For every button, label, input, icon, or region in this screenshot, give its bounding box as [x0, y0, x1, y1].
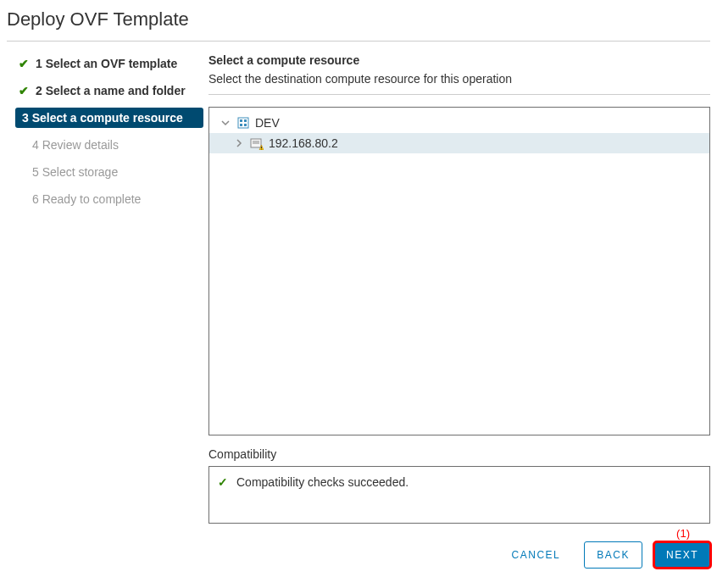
step-1[interactable]: ✔ 1 Select an OVF template [7, 53, 203, 74]
check-icon: ✔ [19, 57, 31, 70]
datacenter-icon [236, 116, 250, 130]
step-label: 6 Ready to complete [32, 192, 141, 206]
cancel-button[interactable]: CANCEL [500, 542, 573, 568]
dialog-title: Deploy OVF Template [7, 5, 710, 42]
back-button[interactable]: BACK [584, 541, 642, 569]
chevron-right-icon[interactable] [233, 139, 245, 147]
step-label: 3 Select a compute resource [22, 111, 183, 125]
svg-rect-2 [244, 119, 247, 122]
tree-label: 192.168.80.2 [269, 136, 338, 150]
wizard-steps: ✔ 1 Select an OVF template ✔ 2 Select a … [7, 53, 203, 569]
annotation-marker: (1) [208, 527, 710, 540]
step-label: 4 Review details [32, 138, 119, 152]
step-4: 4 Review details [7, 135, 203, 155]
svg-rect-1 [240, 119, 242, 122]
check-icon: ✔ [19, 84, 31, 97]
step-label: 5 Select storage [32, 165, 118, 179]
section-heading: Select a compute resource [208, 53, 710, 67]
deploy-ovf-dialog: Deploy OVF Template ✔ 1 Select an OVF te… [0, 0, 717, 577]
step-3[interactable]: 3 Select a compute resource [15, 108, 203, 128]
svg-point-10 [261, 148, 262, 149]
chevron-down-icon[interactable] [220, 119, 231, 127]
dialog-footer: CANCEL BACK NEXT [208, 541, 710, 569]
step-2[interactable]: ✔ 2 Select a name and folder [7, 80, 203, 101]
step-label: 1 Select an OVF template [36, 57, 177, 70]
main-panel: Select a compute resource Select the des… [203, 53, 710, 569]
step-6: 6 Ready to complete [7, 189, 203, 209]
check-icon: ✓ [218, 475, 228, 489]
compatibility-message: Compatibility checks succeeded. [236, 475, 409, 489]
tree-label: DEV [255, 116, 280, 130]
step-label: 2 Select a name and folder [36, 84, 186, 97]
step-5: 5 Select storage [7, 162, 203, 182]
tree-row-host[interactable]: 192.168.80.2 [209, 133, 709, 153]
tree-row-datacenter[interactable]: DEV [209, 113, 709, 133]
next-button[interactable]: NEXT [654, 542, 710, 568]
compute-resource-tree[interactable]: DEV [208, 107, 710, 435]
svg-rect-4 [244, 124, 247, 126]
svg-rect-3 [240, 124, 242, 126]
svg-rect-0 [238, 118, 248, 128]
section-subtext: Select the destination compute resource … [208, 72, 710, 95]
compatibility-label: Compatibility [208, 447, 710, 461]
dialog-body: ✔ 1 Select an OVF template ✔ 2 Select a … [7, 53, 710, 569]
compatibility-box: ✓ Compatibility checks succeeded. [208, 466, 710, 524]
host-warning-icon [250, 136, 264, 150]
